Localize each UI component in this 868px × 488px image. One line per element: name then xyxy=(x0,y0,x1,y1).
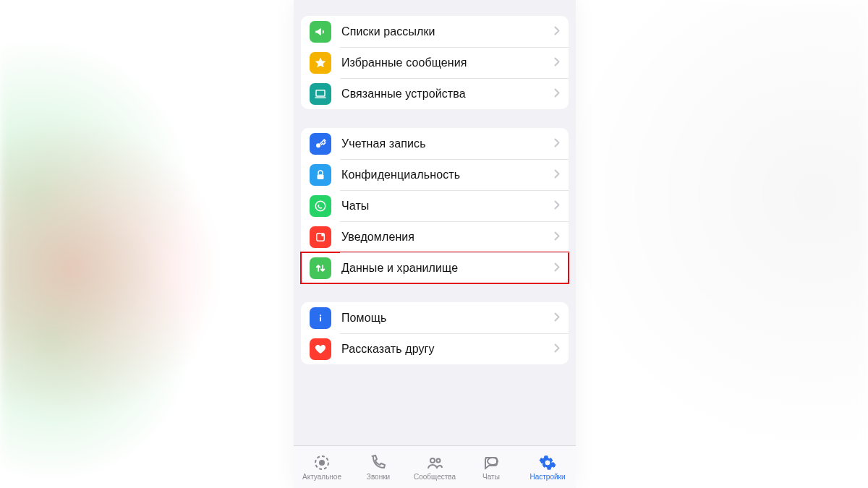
chevron-right-icon xyxy=(554,200,560,213)
row-label: Данные и хранилище xyxy=(341,262,554,275)
svg-point-11 xyxy=(437,458,441,462)
laptop-icon xyxy=(310,83,331,105)
chevron-right-icon xyxy=(554,56,560,69)
tab-communities[interactable]: Сообщества xyxy=(407,446,463,488)
megaphone-icon xyxy=(310,21,331,43)
chevron-right-icon xyxy=(554,168,560,181)
tab-label: Звонки xyxy=(367,473,390,481)
svg-point-12 xyxy=(488,458,498,465)
chevron-right-icon xyxy=(554,87,560,100)
row-notifications[interactable]: Уведомления xyxy=(301,221,569,252)
wa-icon xyxy=(310,195,331,217)
settings-group: ПомощьРассказать другу xyxy=(301,302,569,364)
chevron-right-icon xyxy=(554,312,560,325)
phone-screen: Списки рассылкиИзбранные сообщенияСвязан… xyxy=(294,0,576,488)
bell-icon xyxy=(310,226,331,248)
settings-list: Списки рассылкиИзбранные сообщенияСвязан… xyxy=(294,0,576,446)
row-linked[interactable]: Связанные устройства xyxy=(301,78,569,109)
svg-point-9 xyxy=(319,460,325,466)
status-icon xyxy=(313,454,331,471)
row-tell[interactable]: Рассказать другу xyxy=(301,333,569,364)
tab-label: Актуальное xyxy=(302,473,341,481)
svg-point-1 xyxy=(316,143,320,147)
svg-point-10 xyxy=(430,458,435,463)
row-label: Связанные устройства xyxy=(341,87,554,100)
chevron-right-icon xyxy=(554,343,560,356)
tab-label: Настройки xyxy=(529,473,565,481)
row-broadcast[interactable]: Списки рассылки xyxy=(301,16,569,47)
row-starred[interactable]: Избранные сообщения xyxy=(301,47,569,78)
chevron-right-icon xyxy=(554,262,560,275)
gear-icon xyxy=(539,454,556,471)
row-label: Чаты xyxy=(341,200,554,213)
row-account[interactable]: Учетная запись xyxy=(301,128,569,159)
svg-point-3 xyxy=(315,201,326,211)
row-label: Конфиденциальность xyxy=(341,168,554,181)
info-icon xyxy=(310,307,331,329)
row-help[interactable]: Помощь xyxy=(301,302,569,333)
tab-bar: АктуальноеЗвонкиСообществаЧатыНастройки xyxy=(294,445,576,488)
row-label: Избранные сообщения xyxy=(341,56,554,69)
tab-chats-tab[interactable]: Чаты xyxy=(463,446,519,488)
row-label: Рассказать другу xyxy=(341,343,554,356)
tab-updates[interactable]: Актуальное xyxy=(294,446,350,488)
svg-point-6 xyxy=(320,314,321,316)
svg-rect-0 xyxy=(316,90,325,95)
chevron-right-icon xyxy=(554,137,560,150)
lock-icon xyxy=(310,164,331,186)
row-chats[interactable]: Чаты xyxy=(301,190,569,221)
chat-icon xyxy=(482,454,500,471)
row-label: Списки рассылки xyxy=(341,25,554,38)
svg-point-5 xyxy=(321,234,324,236)
chevron-right-icon xyxy=(554,25,560,38)
heart-icon xyxy=(310,338,331,360)
svg-rect-2 xyxy=(318,174,324,179)
row-storage[interactable]: Данные и хранилище xyxy=(301,252,569,283)
row-privacy[interactable]: Конфиденциальность xyxy=(301,159,569,190)
settings-group: Списки рассылкиИзбранные сообщенияСвязан… xyxy=(301,16,569,109)
settings-group: Учетная записьКонфиденциальностьЧатыУвед… xyxy=(301,128,569,283)
chevron-right-icon xyxy=(554,231,560,244)
row-label: Уведомления xyxy=(341,231,554,244)
tab-label: Сообщества xyxy=(414,473,456,481)
svg-rect-7 xyxy=(320,317,321,321)
row-label: Помощь xyxy=(341,312,554,325)
tab-label: Чаты xyxy=(482,473,500,481)
key-icon xyxy=(310,133,331,155)
tab-calls[interactable]: Звонки xyxy=(350,446,407,488)
row-label: Учетная запись xyxy=(341,137,554,150)
updown-icon xyxy=(310,257,331,279)
phone-icon xyxy=(370,454,387,471)
star-icon xyxy=(310,52,331,74)
group-icon xyxy=(426,454,443,471)
tab-settings[interactable]: Настройки xyxy=(519,446,576,488)
